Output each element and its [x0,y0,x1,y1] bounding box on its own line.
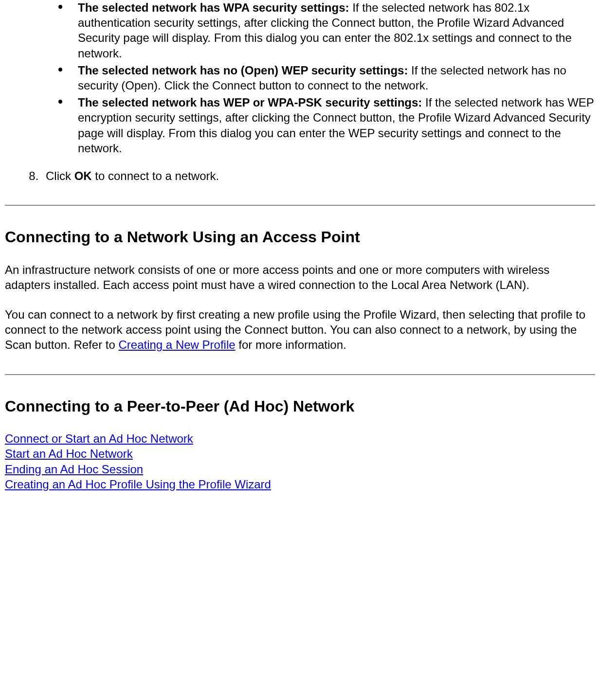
link-creating-adhoc-profile[interactable]: Creating an Ad Hoc Profile Using the Pro… [5,478,271,491]
link-ending-adhoc[interactable]: Ending an Ad Hoc Session [5,463,143,476]
step-text-bold: OK [74,169,92,182]
bullet-title: The selected network has no (Open) WEP s… [78,64,411,77]
link-connect-start-adhoc[interactable]: Connect or Start an Ad Hoc Network [5,432,193,445]
link-start-adhoc[interactable]: Start an Ad Hoc Network [5,447,133,460]
step-text-pre: Click [46,169,74,182]
bullet-icon [58,100,62,104]
section-divider [5,374,595,375]
paragraph: You can connect to a network by first cr… [5,307,595,353]
security-bullet-list: The selected network has WPA security se… [58,0,595,156]
paragraph: An infrastructure network consists of on… [5,262,595,292]
bullet-icon [58,68,62,72]
bullet-title: The selected network has WEP or WPA-PSK … [78,96,422,109]
paragraph-text-post: for more information. [236,338,346,351]
adhoc-link-list: Connect or Start an Ad Hoc Network Start… [5,431,595,492]
numbered-step-list: Click OK to connect to a network. [24,168,595,183]
document-page: The selected network has WPA security se… [0,0,600,502]
link-creating-new-profile[interactable]: Creating a New Profile [118,338,235,351]
heading-adhoc: Connecting to a Peer-to-Peer (Ad Hoc) Ne… [5,396,595,417]
bullet-title: The selected network has WPA security se… [78,1,349,14]
list-item: The selected network has no (Open) WEP s… [58,63,595,93]
section-divider [5,205,595,206]
step-text-post: to connect to a network. [92,169,219,182]
list-item: The selected network has WEP or WPA-PSK … [58,95,595,156]
list-item: The selected network has WPA security se… [58,0,595,61]
bullet-icon [58,5,62,9]
step-item-8: Click OK to connect to a network. [42,168,595,183]
heading-access-point: Connecting to a Network Using an Access … [5,227,595,248]
